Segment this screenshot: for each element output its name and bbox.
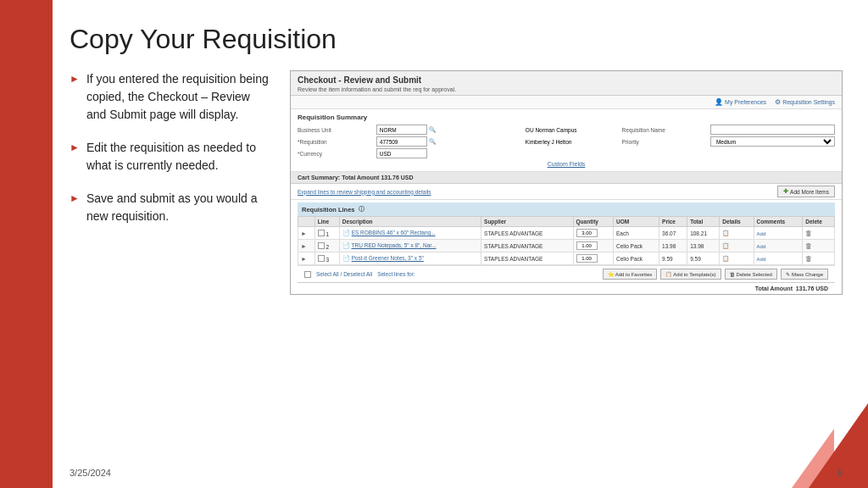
total-label: Total Amount <box>755 286 793 291</box>
preferences-icon: 👤 <box>715 98 723 106</box>
content-area: ► If you entered the requisition being c… <box>70 70 843 295</box>
delete-selected-button[interactable]: 🗑 Delete Selected <box>725 269 777 280</box>
req-lines-section: Requisition Lines ⓘ Line Description Sup… <box>291 202 842 294</box>
row2-supplier: STAPLES ADVANTAGE <box>481 240 574 252</box>
left-accent-bar <box>0 0 53 488</box>
row1-qty-input[interactable] <box>576 229 598 237</box>
checkout-title: Checkout - Review and Submit <box>298 75 835 85</box>
select-all-link[interactable]: Select All / Deselect All <box>316 271 372 277</box>
row1-delete-icon[interactable]: 🗑 <box>805 230 812 237</box>
row1-checkbox[interactable] <box>318 230 325 236</box>
add-to-template-button[interactable]: 📋 Add to Template(s) <box>660 269 721 280</box>
row1-expand-btn[interactable]: ► <box>301 230 307 236</box>
bullet-arrow-1: ► <box>70 72 80 86</box>
plus-icon: ✚ <box>783 188 788 195</box>
footer-date: 3/25/2024 <box>70 468 111 478</box>
col-header-line: Line <box>314 217 339 227</box>
footer-page-number: 6 <box>837 468 843 478</box>
row3-description-link[interactable]: Post-it Greener Notes, 3" x 5" <box>352 255 424 261</box>
row1-comment-link[interactable]: Add <box>757 231 766 236</box>
favorites-icon: ⭐ <box>608 271 614 277</box>
checkout-toolbar: 👤 My Preferences ⚙ Requisition Settings <box>291 96 842 109</box>
add-to-favorites-button[interactable]: ⭐ Add to Favorites <box>603 269 658 280</box>
mass-change-icon: ✎ <box>786 271 790 277</box>
items-table-container: Line Description Supplier Quantity UOM P… <box>298 216 835 265</box>
row3-details: 📋 <box>720 252 754 265</box>
row3-supplier: STAPLES ADVANTAGE <box>481 252 574 265</box>
help-icon[interactable]: ⓘ <box>359 205 364 214</box>
bullet-item-2: ► Edit the requisition as needed to what… <box>70 139 273 175</box>
row1-details: 📋 <box>720 227 754 240</box>
checkout-header: Checkout - Review and Submit Review the … <box>291 71 842 96</box>
col-header-comments: Comments <box>754 217 803 227</box>
ou-campus-value: OU Norman Campus <box>526 127 617 133</box>
currency-input[interactable] <box>376 148 427 158</box>
row1-details-icon[interactable]: 📋 <box>722 230 729 236</box>
requisition-label: *Requisition <box>298 139 371 145</box>
row2-line-num: 2 <box>326 244 330 250</box>
row2-delete-icon[interactable]: 🗑 <box>805 242 812 250</box>
row1-item-icon: 📄 <box>342 230 350 236</box>
expand-link[interactable]: Expand lines to review shipping and acco… <box>298 189 431 195</box>
req-summary-title: Requisition Summary <box>298 114 835 121</box>
row3-qty-input[interactable] <box>576 254 598 263</box>
row3-delete: 🗑 <box>803 252 835 265</box>
row2-comment-link[interactable]: Add <box>757 244 766 249</box>
priority-label: Priority <box>622 139 705 145</box>
template-icon: 📋 <box>665 271 671 277</box>
req-summary-section: Requisition Summary Business Unit 🔍 OU N… <box>291 109 842 172</box>
business-unit-search-icon[interactable]: 🔍 <box>429 126 436 133</box>
page-footer: 3/25/2024 6 <box>53 468 868 478</box>
bullet-arrow-2: ► <box>70 141 80 155</box>
add-more-items-button[interactable]: ✚ Add More Items <box>777 186 835 197</box>
select-all-checkbox[interactable] <box>304 271 311 278</box>
row3-expand: ► <box>298 252 315 265</box>
row2-checkbox-cell: 2 <box>314 240 339 252</box>
row2-details-icon[interactable]: 📋 <box>722 242 729 248</box>
row2-item-icon: 📄 <box>342 242 350 248</box>
settings-icon: ⚙ <box>775 98 781 106</box>
row2-qty-input[interactable] <box>576 241 598 250</box>
row3-line-num: 3 <box>326 257 330 263</box>
row3-checkbox[interactable] <box>318 255 325 262</box>
total-row: Total Amount 131.76 USD <box>298 282 835 294</box>
table-row: ► 2 📄 TRU RED Notepads, 5" x 8", Nar... … <box>298 240 835 252</box>
requester-value: Kimberley J Helton <box>526 139 617 145</box>
bullet-item-1: ► If you entered the requisition being c… <box>70 70 273 124</box>
row1-description-link[interactable]: ES ROBBINS 46" x 60" Rectang... <box>352 230 436 236</box>
row2-description-link[interactable]: TRU RED Notepads, 5" x 8", Nar... <box>352 242 437 248</box>
business-unit-input[interactable] <box>376 125 427 135</box>
req-lines-header: Requisition Lines ⓘ <box>298 202 835 216</box>
row1-description: 📄 ES ROBBINS 46" x 60" Rectang... <box>339 227 481 240</box>
row3-uom: Celio Pack <box>613 252 659 265</box>
req-name-input[interactable] <box>710 125 835 135</box>
requisition-settings-link[interactable]: ⚙ Requisition Settings <box>775 98 835 106</box>
col-header-total: Total <box>687 217 720 227</box>
priority-select[interactable]: Medium High Low <box>710 136 835 147</box>
bullet-text-1: If you entered the requisition being cop… <box>86 70 273 124</box>
row1-line-num: 1 <box>326 231 330 237</box>
row3-comment-link[interactable]: Add <box>757 257 766 262</box>
my-preferences-link[interactable]: 👤 My Preferences <box>715 98 766 106</box>
col-header-checkbox <box>298 217 315 227</box>
row2-delete: 🗑 <box>803 240 835 252</box>
table-row: ► 3 📄 Post-it Greener Notes, 3" x 5" STA… <box>298 252 835 265</box>
custom-fields-link[interactable]: Custom Fields <box>298 161 835 167</box>
row2-quantity <box>573 240 613 252</box>
table-row: ► 1 📄 ES ROBBINS 46" x 60" Rectang... ST… <box>298 227 835 240</box>
row2-checkbox[interactable] <box>318 242 325 249</box>
main-content: Copy Your Requisition ► If you entered t… <box>53 0 868 488</box>
row3-details-icon[interactable]: 📋 <box>722 255 729 261</box>
row3-item-icon: 📄 <box>342 255 350 261</box>
row3-delete-icon[interactable]: 🗑 <box>805 255 812 263</box>
row1-comments: Add <box>754 227 803 240</box>
col-header-quantity: Quantity <box>573 217 613 227</box>
row3-expand-btn[interactable]: ► <box>301 256 307 262</box>
requisition-input[interactable] <box>376 136 427 147</box>
row2-expand-btn[interactable]: ► <box>301 243 307 249</box>
mass-change-button[interactable]: ✎ Mass Change <box>781 269 828 280</box>
row3-price: 9.59 <box>659 252 687 265</box>
row3-quantity <box>573 252 613 265</box>
row2-details: 📋 <box>720 240 754 252</box>
req-search-icon[interactable]: 🔍 <box>429 138 436 145</box>
